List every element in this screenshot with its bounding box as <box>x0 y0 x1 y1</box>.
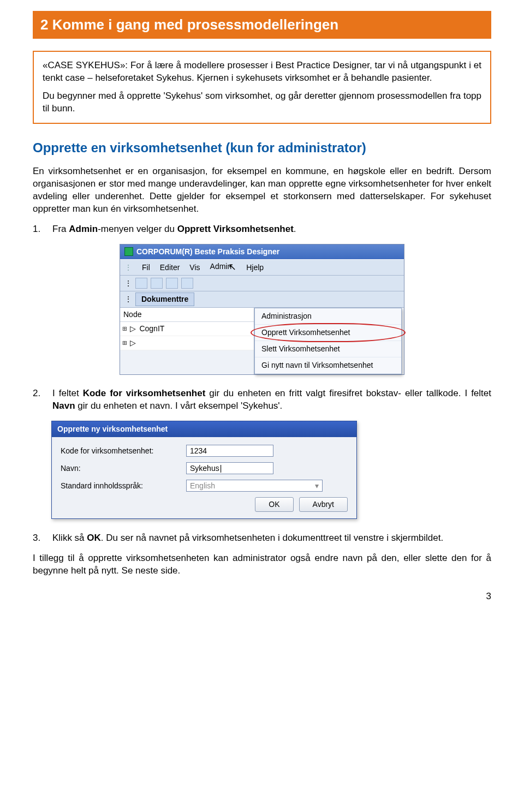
dropdown-opprett-virksomhetsenhet[interactable]: Opprett Virksomhetsenhet <box>255 325 401 341</box>
page-number: 3 <box>33 590 491 603</box>
step-1-text: Fra Admin-menyen velger du Opprett Virks… <box>52 223 491 236</box>
toolbar-grip-icon: ⋮ <box>124 294 132 304</box>
input-kode[interactable]: 1234 <box>186 445 273 457</box>
toolbar-grip-icon: ⋮ <box>124 262 131 273</box>
tree-item[interactable]: ⊞ ▷ CognIT <box>120 322 254 336</box>
cursor-icon: ↖ <box>228 260 236 273</box>
toolbar-icon[interactable] <box>181 278 193 289</box>
label-kode: Kode for virksomhetsenhet: <box>61 446 186 456</box>
subheading: Opprette en virksomhetsenhet (kun for ad… <box>33 139 491 157</box>
input-navn[interactable]: Sykehus <box>186 462 273 474</box>
form-row-navn: Navn: Sykehus <box>61 462 348 474</box>
tab-dokumenttre[interactable]: Dokumenttre <box>135 292 194 306</box>
form-row-lang: Standard innholdsspråk: English ▾ <box>61 480 348 492</box>
closing-paragraph: I tillegg til å opprette virksomhetsenhe… <box>33 552 491 577</box>
toolbar-icon[interactable] <box>166 278 178 289</box>
menu-vis[interactable]: Vis <box>189 262 200 273</box>
step-1-number: 1. <box>33 223 52 236</box>
window-titlebar: CORPORUM(R) Beste Praksis Designer <box>120 244 404 259</box>
tree-node-icon: ▷ <box>130 324 136 334</box>
tab-row: ⋮ Dokumenttre <box>120 291 404 308</box>
step-2-text: I feltet Kode for virksomhetsenhet gir d… <box>52 387 491 413</box>
tree-node-icon: ▷ <box>130 338 136 348</box>
dropdown-administrasjon[interactable]: Administrasjon <box>255 308 401 325</box>
form-row-kode: Kode for virksomhetsenhet: 1234 <box>61 445 348 457</box>
menu-bar: ⋮ Fil Editer Vis Admin ↖ Hjelp <box>120 259 404 276</box>
step-3-number: 3. <box>33 532 52 545</box>
figure-dialog-screenshot: Opprette ny virksomhetsenhet Kode for vi… <box>51 421 491 519</box>
toolbar: ⋮ <box>120 276 404 291</box>
dropdown-gi-nytt-navn[interactable]: Gi nytt navn til Virksomhetsenhet <box>255 357 401 374</box>
section-banner: 2 Komme i gang med prosessmodelleringen <box>33 11 491 39</box>
step-3-text: Klikk så OK. Du ser nå navnet på virksom… <box>52 532 491 545</box>
toolbar-grip-icon: ⋮ <box>124 278 132 289</box>
cancel-button[interactable]: Avbryt <box>299 497 348 512</box>
expand-icon[interactable]: ⊞ <box>122 324 127 334</box>
label-navn: Navn: <box>61 463 186 474</box>
dropdown-slett-virksomhetsenhet[interactable]: Slett Virksomhetsenhet <box>255 341 401 357</box>
menu-admin-open[interactable]: Admin ↖ <box>210 261 237 273</box>
chevron-down-icon: ▾ <box>315 481 319 491</box>
tree-header: Node <box>120 308 254 322</box>
step-3: 3. Klikk så OK. Du ser nå navnet på virk… <box>33 532 491 545</box>
toolbar-save-icon[interactable] <box>135 278 147 289</box>
menu-hjelp[interactable]: Hjelp <box>246 262 264 273</box>
app-window: CORPORUM(R) Beste Praksis Designer ⋮ Fil… <box>120 244 404 374</box>
tree-panel: Node ⊞ ▷ CognIT ⊞ ▷ <box>120 308 254 374</box>
select-lang[interactable]: English ▾ <box>186 480 323 492</box>
menu-editer[interactable]: Editer <box>160 262 180 273</box>
expand-icon[interactable]: ⊞ <box>122 338 127 348</box>
admin-dropdown: Administrasjon Opprett Virksomhetsenhet … <box>254 308 402 374</box>
label-lang: Standard innholdsspråk: <box>61 481 186 491</box>
dialog-window: Opprette ny virksomhetsenhet Kode for vi… <box>51 421 357 519</box>
menu-fil[interactable]: Fil <box>142 262 150 273</box>
case-box: «CASE SYKEHUS»: For å lære å modellere p… <box>33 51 491 124</box>
case-paragraph-2: Du begynner med å opprette 'Sykehus' som… <box>43 90 481 115</box>
step-2: 2. I feltet Kode for virksomhetsenhet gi… <box>33 387 491 413</box>
step-1: 1. Fra Admin-menyen velger du Opprett Vi… <box>33 223 491 236</box>
tree-item[interactable]: ⊞ ▷ <box>120 336 254 350</box>
case-paragraph-1: «CASE SYKEHUS»: For å lære å modellere p… <box>43 59 481 85</box>
dialog-titlebar: Opprette ny virksomhetsenhet <box>52 421 356 437</box>
figure-menu-screenshot: CORPORUM(R) Beste Praksis Designer ⋮ Fil… <box>33 244 491 374</box>
intro-paragraph: En virksomhetsenhet er en organisasjon, … <box>33 165 491 216</box>
step-2-number: 2. <box>33 387 52 413</box>
ok-button[interactable]: OK <box>255 497 293 512</box>
window-title: CORPORUM(R) Beste Praksis Designer <box>136 247 279 257</box>
toolbar-icon[interactable] <box>151 278 163 289</box>
app-logo-icon <box>124 247 133 256</box>
